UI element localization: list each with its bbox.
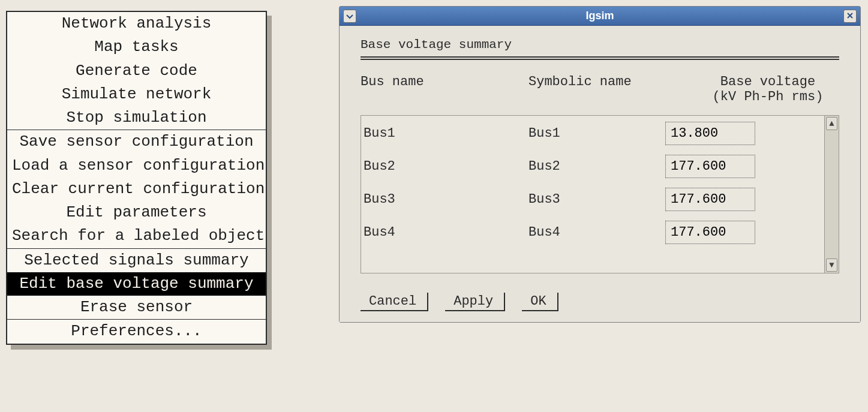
menu-item-generate-code[interactable]: Generate code [7, 59, 266, 83]
chevron-down-icon [346, 11, 353, 22]
menu-group: Network analysis Map tasks Generate code… [7, 12, 266, 130]
window-title: Igsim [340, 10, 860, 22]
ok-button[interactable]: OK [522, 293, 558, 311]
apply-button[interactable]: Apply [445, 293, 505, 311]
context-menu: Network analysis Map tasks Generate code… [6, 11, 267, 345]
cell-bus-name: Bus4 [364, 225, 528, 240]
menu-item-clear-config[interactable]: Clear current configuration [7, 178, 266, 201]
scrollbar[interactable]: ▲ ▼ [824, 116, 839, 273]
table-row: Bus3 Bus3 [361, 183, 824, 216]
arrow-down-icon: ▼ [829, 260, 834, 270]
cell-voltage [665, 188, 824, 211]
menu-group: Save sensor configuration Load a sensor … [7, 130, 266, 248]
voltage-input[interactable] [665, 122, 755, 145]
voltage-input[interactable] [665, 221, 755, 244]
cell-symbolic-name: Bus1 [528, 126, 665, 141]
menu-item-preferences[interactable]: Preferences... [7, 320, 266, 343]
menu-item-network-analysis[interactable]: Network analysis [7, 12, 266, 35]
dialog-window: Igsim Base voltage summary Bus name Symb… [339, 6, 861, 323]
list-rows: Bus1 Bus1 Bus2 Bus2 Bus3 Bus3 [361, 116, 824, 273]
menu-item-erase-sensor[interactable]: Erase sensor [7, 296, 266, 319]
cancel-button[interactable]: Cancel [361, 293, 428, 311]
dialog-buttons: Cancel Apply OK [361, 293, 839, 311]
menu-item-simulate-network[interactable]: Simulate network [7, 83, 266, 106]
arrow-up-icon: ▲ [829, 119, 834, 128]
cell-voltage [665, 122, 824, 145]
dialog-body: Base voltage summary Bus name Symbolic n… [340, 26, 860, 322]
column-header-bus-name: Bus name [361, 74, 528, 104]
menu-item-search-labeled-object[interactable]: Search for a labeled object [7, 224, 266, 248]
menu-item-edit-parameters[interactable]: Edit parameters [7, 201, 266, 224]
column-header-base-voltage: Base voltage (kV Ph-Ph rms) [696, 74, 839, 104]
list-frame: Bus1 Bus1 Bus2 Bus2 Bus3 Bus3 [361, 115, 839, 273]
table-row: Bus4 Bus4 [361, 216, 824, 249]
title-bar[interactable]: Igsim [340, 7, 860, 26]
menu-item-edit-base-voltage[interactable]: Edit base voltage summary [7, 272, 266, 296]
menu-item-map-tasks[interactable]: Map tasks [7, 35, 266, 59]
menu-item-save-sensor-config[interactable]: Save sensor configuration [7, 130, 266, 154]
menu-item-load-sensor-config[interactable]: Load a sensor configuration [7, 154, 266, 178]
menu-group: Preferences... [7, 320, 266, 343]
cell-symbolic-name: Bus4 [528, 225, 665, 240]
column-header-symbolic-name: Symbolic name [528, 74, 696, 104]
menu-item-selected-signals[interactable]: Selected signals summary [7, 249, 266, 272]
menu-item-stop-simulation[interactable]: Stop simulation [7, 106, 266, 130]
cell-bus-name: Bus2 [364, 159, 528, 174]
scroll-up-button[interactable]: ▲ [826, 117, 837, 130]
menu-group: Selected signals summary Edit base volta… [7, 249, 266, 320]
voltage-input[interactable] [665, 188, 755, 211]
close-icon [846, 11, 854, 22]
voltage-input[interactable] [665, 155, 755, 178]
cell-bus-name: Bus3 [364, 192, 528, 207]
minimize-button[interactable] [343, 10, 356, 23]
column-header-base-voltage-l1: Base voltage [720, 74, 815, 89]
section-title: Base voltage summary [361, 38, 839, 52]
cell-voltage [665, 155, 824, 178]
close-button[interactable] [843, 10, 857, 23]
cell-voltage [665, 221, 824, 244]
table-row: Bus1 Bus1 [361, 117, 824, 150]
cell-symbolic-name: Bus2 [528, 159, 665, 174]
scroll-down-button[interactable]: ▼ [826, 258, 837, 272]
cell-symbolic-name: Bus3 [528, 192, 665, 207]
column-header-base-voltage-l2: (kV Ph-Ph rms) [713, 89, 824, 104]
column-headers: Bus name Symbolic name Base voltage (kV … [361, 74, 839, 104]
table-row: Bus2 Bus2 [361, 150, 824, 183]
cell-bus-name: Bus1 [364, 126, 528, 141]
section-divider [361, 56, 839, 60]
